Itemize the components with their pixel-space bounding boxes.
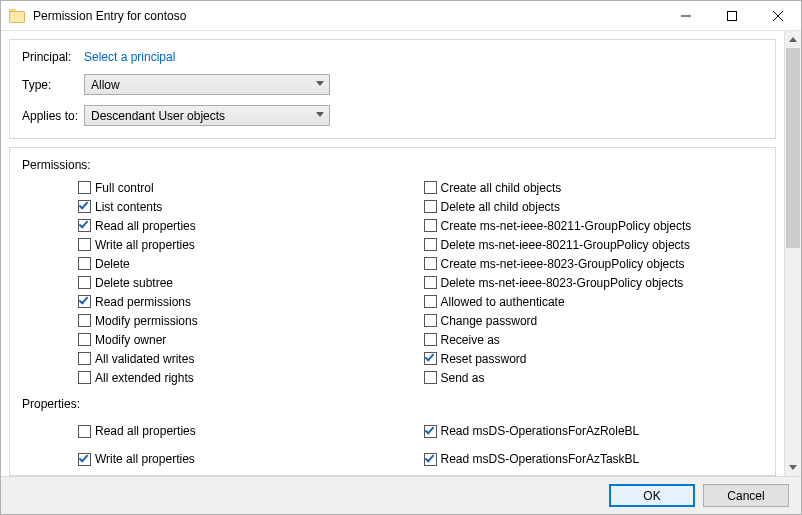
permission-label: Delete all child objects <box>441 200 560 214</box>
scroll-thumb[interactable] <box>786 48 800 248</box>
property-label: Read msDS-OperationsForAzRoleBL <box>441 424 640 438</box>
permission-row: Read all properties <box>78 216 418 235</box>
permission-label: Read all properties <box>95 219 196 233</box>
permission-row: Create all child objects <box>424 178 764 197</box>
permission-checkbox[interactable] <box>78 219 91 232</box>
permission-row: Reset password <box>424 349 764 368</box>
permission-checkbox[interactable] <box>424 295 437 308</box>
permission-label: Send as <box>441 371 485 385</box>
permission-checkbox[interactable] <box>78 371 91 384</box>
permission-label: Reset password <box>441 352 527 366</box>
permission-checkbox[interactable] <box>424 257 437 270</box>
permission-checkbox[interactable] <box>424 352 437 365</box>
permission-checkbox[interactable] <box>78 238 91 251</box>
permission-label: Delete ms-net-ieee-80211-GroupPolicy obj… <box>441 238 690 252</box>
permission-row: Delete subtree <box>78 273 418 292</box>
cancel-button[interactable]: Cancel <box>703 484 789 507</box>
permission-row: Write all properties <box>78 235 418 254</box>
permission-label: Allowed to authenticate <box>441 295 565 309</box>
permission-row: Receive as <box>424 330 764 349</box>
vertical-scrollbar[interactable] <box>784 31 801 476</box>
scroll-down-button[interactable] <box>785 459 801 476</box>
window-title: Permission Entry for contoso <box>33 9 663 23</box>
permission-label: Create all child objects <box>441 181 562 195</box>
permission-checkbox[interactable] <box>78 314 91 327</box>
permission-label: Delete subtree <box>95 276 173 290</box>
permission-label: Read permissions <box>95 295 191 309</box>
chevron-down-icon <box>316 112 324 117</box>
property-checkbox[interactable] <box>78 453 91 466</box>
permission-checkbox[interactable] <box>78 181 91 194</box>
permission-checkbox[interactable] <box>424 276 437 289</box>
dialog-footer: OK Cancel <box>1 476 801 514</box>
permission-checkbox[interactable] <box>424 333 437 346</box>
permission-checkbox[interactable] <box>424 238 437 251</box>
permission-label: Create ms-net-ieee-8023-GroupPolicy obje… <box>441 257 685 271</box>
permission-row: Create ms-net-ieee-80211-GroupPolicy obj… <box>424 216 764 235</box>
permission-row: Delete ms-net-ieee-8023-GroupPolicy obje… <box>424 273 764 292</box>
permission-row: Delete <box>78 254 418 273</box>
permission-checkbox[interactable] <box>424 219 437 232</box>
chevron-down-icon <box>789 465 797 470</box>
permission-label: List contents <box>95 200 162 214</box>
permission-checkbox[interactable] <box>78 257 91 270</box>
property-label: Read msDS-OperationsForAzTaskBL <box>441 452 640 466</box>
principal-label: Principal: <box>22 50 84 64</box>
select-principal-link[interactable]: Select a principal <box>84 50 175 64</box>
property-checkbox[interactable] <box>424 453 437 466</box>
applies-to-combo[interactable]: Descendant User objects <box>84 105 330 126</box>
permission-checkbox[interactable] <box>424 314 437 327</box>
permission-label: Write all properties <box>95 238 195 252</box>
permission-row: Full control <box>78 178 418 197</box>
permission-row: Allowed to authenticate <box>424 292 764 311</box>
scroll-up-button[interactable] <box>785 31 801 48</box>
applies-to-label: Applies to: <box>22 109 84 123</box>
properties-section-label: Properties: <box>22 397 763 411</box>
permission-checkbox[interactable] <box>78 276 91 289</box>
permission-row: All extended rights <box>78 368 418 387</box>
permission-label: Delete ms-net-ieee-8023-GroupPolicy obje… <box>441 276 684 290</box>
applies-to-combo-value: Descendant User objects <box>91 109 225 123</box>
type-combo[interactable]: Allow <box>84 74 330 95</box>
chevron-up-icon <box>789 37 797 42</box>
permission-label: Modify permissions <box>95 314 198 328</box>
property-row: Read msDS-OperationsForAzRoleBL <box>424 417 764 445</box>
permission-checkbox[interactable] <box>424 200 437 213</box>
permission-label: Create ms-net-ieee-80211-GroupPolicy obj… <box>441 219 692 233</box>
permission-checkbox[interactable] <box>78 295 91 308</box>
permission-row: Modify permissions <box>78 311 418 330</box>
permission-label: Change password <box>441 314 538 328</box>
permission-row: List contents <box>78 197 418 216</box>
permission-checkbox[interactable] <box>78 352 91 365</box>
permission-label: Modify owner <box>95 333 166 347</box>
permission-row: Read permissions <box>78 292 418 311</box>
permission-label: Full control <box>95 181 154 195</box>
folder-icon <box>9 9 25 23</box>
permission-row: Delete all child objects <box>424 197 764 216</box>
permission-checkbox[interactable] <box>78 200 91 213</box>
property-checkbox[interactable] <box>78 425 91 438</box>
maximize-button[interactable] <box>709 1 755 30</box>
property-label: Read all properties <box>95 424 196 438</box>
permissions-section-label: Permissions: <box>22 158 763 172</box>
permission-checkbox[interactable] <box>78 333 91 346</box>
type-combo-value: Allow <box>91 78 120 92</box>
permission-checkbox[interactable] <box>424 371 437 384</box>
titlebar: Permission Entry for contoso <box>1 1 801 31</box>
property-label: Write all properties <box>95 452 195 466</box>
close-button[interactable] <box>755 1 801 30</box>
property-row: Read msDS-OperationsForAzTaskBL <box>424 445 764 473</box>
permission-row: Delete ms-net-ieee-80211-GroupPolicy obj… <box>424 235 764 254</box>
chevron-down-icon <box>316 81 324 86</box>
property-checkbox[interactable] <box>424 425 437 438</box>
permission-label: Receive as <box>441 333 500 347</box>
permission-entry-window: Permission Entry for contoso Principal: … <box>0 0 802 515</box>
permission-row: Send as <box>424 368 764 387</box>
permission-row: Change password <box>424 311 764 330</box>
header-group: Principal: Select a principal Type: Allo… <box>9 39 776 139</box>
ok-button[interactable]: OK <box>609 484 695 507</box>
permission-checkbox[interactable] <box>424 181 437 194</box>
permission-label: Delete <box>95 257 130 271</box>
minimize-button[interactable] <box>663 1 709 30</box>
permission-label: All extended rights <box>95 371 194 385</box>
